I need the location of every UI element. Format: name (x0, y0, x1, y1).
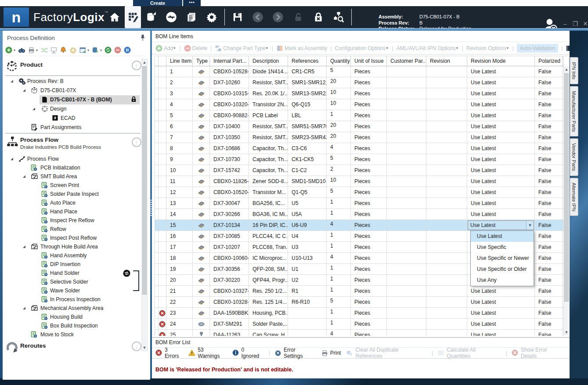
print-button[interactable]: Print (321, 349, 341, 356)
export-button[interactable]: Export (566, 45, 570, 51)
save-button[interactable] (227, 6, 248, 28)
table-row[interactable]: 25DAA-11263Cap Screw, H...4PiecesUse Lat… (155, 330, 569, 336)
scroll-down-icon[interactable]: ▼ (142, 345, 147, 350)
tree-item-design[interactable]: Design (3, 104, 143, 114)
side-tab-alternate-ipn[interactable]: Alternate IPN (570, 178, 578, 216)
column-header-line-item[interactable]: Line Item (166, 56, 193, 66)
column-header-polarized[interactable]: Polarized (535, 56, 563, 66)
scroll-up-icon[interactable]: ▲ (564, 67, 569, 72)
sync-button[interactable] (161, 6, 181, 28)
error-settings-button[interactable]: Error Settings (274, 347, 316, 359)
side-tab-vendor-parts[interactable]: Vendor Parts (570, 138, 578, 176)
column-header-type[interactable]: Type (193, 56, 210, 66)
database-button[interactable]: ▾ (92, 47, 103, 54)
chevron-down-icon[interactable]: ▾ (14, 48, 15, 52)
tree-expander-icon[interactable] (23, 245, 25, 248)
tree-expander-icon[interactable] (32, 108, 35, 110)
tree-item-d75-cb01-07x-b-bom[interactable]: D75-CB01-07X - B (BOM) (3, 95, 143, 104)
tree-item-inspect-pre-reflow[interactable]: Inspect Pre Reflow (3, 216, 143, 225)
table-row[interactable]: 4CBDX0-10320-0Transistor 2N...Q6-Q1510Pi… (155, 99, 569, 110)
collapse-up-icon[interactable]: ↑ (132, 137, 141, 147)
table-row[interactable]: 14DX7-30266BGA36, IC Mi...U5A1PiecesUse … (155, 209, 569, 220)
tree-item-ecad[interactable]: ECAD (3, 114, 143, 123)
maximize-button[interactable]: ❐ (572, 20, 578, 27)
table-row[interactable]: 21CBDX0-10327-0Res. 250 1/2...R11PiecesU… (155, 286, 569, 297)
report-button[interactable] (181, 6, 202, 28)
table-row[interactable]: 6DX7-10400Resistor, SMT...SMR51-SMR7020P… (155, 121, 569, 132)
minimize-button[interactable]: – (562, 20, 568, 27)
whiteboard-button[interactable] (50, 47, 58, 54)
tree-item-hand-place[interactable]: Hand Place (3, 207, 143, 216)
tree-item-part-assignments[interactable]: Part Assignments (3, 123, 143, 132)
import-data-button[interactable] (141, 6, 161, 28)
tree-item-screen-print[interactable]: Screen Print (3, 181, 143, 190)
dropdown-option-use-any[interactable]: Use Any (471, 275, 534, 286)
chevron-down-icon[interactable]: ▾ (36, 48, 38, 52)
dropdown-option-use-specific[interactable]: Use Specific (471, 242, 534, 253)
tree-item-pcb-initialization[interactable]: PCB Initialization (3, 163, 143, 172)
dropdown-option-use-latest[interactable]: Use Latest (471, 231, 534, 242)
chevron-down-icon[interactable]: ▾ (87, 48, 89, 52)
tree-item-hand-solder[interactable]: Hand Solder (3, 269, 143, 277)
53-warnings-button[interactable]: 53 Warnings (188, 347, 227, 359)
tree-item-process-flow[interactable]: Process Flow (3, 155, 143, 163)
column-header-internal-part[interactable]: Internal Part... (210, 56, 249, 66)
scrollbar-thumb[interactable] (142, 66, 147, 295)
grid-edit-button[interactable] (125, 6, 141, 28)
side-tab-ipn-info[interactable]: IPN Info (570, 57, 578, 84)
side-tab-manufacturer-parts[interactable]: Manufacturer Parts (570, 86, 578, 137)
refresh-button[interactable] (105, 47, 112, 54)
tree-expander-icon[interactable] (11, 80, 13, 83)
chevron-down-icon[interactable]: ▾ (100, 48, 102, 52)
home-button[interactable] (105, 6, 125, 28)
tree-item-wave-solder[interactable]: Wave Solder (3, 286, 143, 295)
combobox-chevron-down-icon[interactable]: ▼ (526, 221, 534, 230)
tree-item-dip-insertion[interactable]: DIP Insertion (3, 260, 143, 269)
scroll-up-icon[interactable]: ▲ (142, 60, 147, 65)
pin-icon[interactable] (140, 34, 146, 41)
add-button[interactable]: ▾ (5, 47, 16, 54)
bom-grid-scrollbar[interactable]: ▲ ▼ (563, 66, 569, 335)
tree-item-in-process-inspection[interactable]: In Process Inspection (3, 295, 143, 304)
tree-item-mechanical-assembly-area[interactable]: Mechanical Assembly Area (3, 304, 143, 313)
scrollbar-thumb[interactable] (564, 73, 569, 302)
table-row[interactable]: 24DX7-SM291Solder Paste,...1PiecesUse La… (155, 319, 569, 330)
window-export-button[interactable]: ▾ (79, 47, 90, 54)
tree-item-selective-solder[interactable]: Selective Solder (3, 277, 143, 286)
column-header-description[interactable]: Description (249, 56, 288, 66)
tree-item-solder-paste-inspect[interactable]: Solder Paste Inspect (3, 190, 143, 198)
table-row[interactable]: 5CBDX0-90882-0PCB LabelLBL1PiecesUse Lat… (155, 110, 569, 121)
table-row[interactable]: 10DX7-15742Capacitor, Th...C1-C22PiecesU… (155, 165, 569, 176)
table-row[interactable]: 2DX7-10260Resistor, SMT...SMR1-SMR12, S2… (155, 77, 569, 88)
tree-item-d75-cb01-07x[interactable]: D75-CB01-07X (3, 86, 143, 95)
process-lookup-button[interactable] (328, 6, 349, 28)
close-button[interactable]: ✕ (582, 20, 588, 27)
expand-down-icon[interactable]: ↓ (132, 342, 141, 351)
0-ignored-button[interactable]: 0 Ignored (232, 347, 263, 359)
tree-item-reflow[interactable]: Reflow (3, 225, 143, 234)
column-header-customer-par[interactable]: Customer Par... (387, 56, 426, 66)
table-row[interactable]: 22CBDX0-10328-0Res. 125 1/4...R6-R105Pie… (155, 297, 569, 308)
table-row[interactable]: 3CBDX0-10315-0Res. 20.0K 1/...SMR13-SMR2… (155, 88, 569, 99)
revision-mode-combobox[interactable]: Use Latest▼ (468, 220, 534, 230)
3-errors-button[interactable]: 3 Errors (155, 347, 183, 359)
tree-item-box-build-inspection[interactable]: Box Build Inspection (3, 321, 143, 330)
tree-item-hand-assembly[interactable]: Hand Assembly (3, 251, 143, 260)
sidebar-scrollbar[interactable]: ▲ ▼ (141, 59, 148, 351)
column-header-quantity[interactable]: Quantity (327, 56, 351, 66)
table-row[interactable]: 11CBDX0-11826-0Zener SOD-8...SMD1-SMD101… (155, 176, 569, 187)
dropdown-option-use-specific-or-newer[interactable]: Use Specific or Newer (471, 253, 534, 264)
table-row[interactable]: 9DX7-10730Capacitor, Th...CK1-CK55Pieces… (155, 154, 569, 165)
table-row[interactable]: 23DAA-1590BBKHousing, PCB...1PiecesUse L… (155, 308, 569, 319)
pause-button[interactable] (124, 47, 132, 54)
tree-expander-icon[interactable] (23, 307, 25, 309)
table-row[interactable]: 7DX7-10350Resistor, SMT...SMR23-SMR4220P… (155, 132, 569, 143)
tree-expander-icon[interactable] (23, 89, 25, 92)
tree-item-process-rev-b[interactable]: Process Rev: B (3, 77, 143, 86)
binoculars-button[interactable] (18, 47, 26, 54)
tree-item-housing-build[interactable]: Housing Build (3, 313, 143, 321)
tree-expander-icon[interactable] (11, 158, 13, 160)
column-header-revision[interactable]: Revision (426, 56, 467, 66)
gear-pale-button[interactable] (69, 47, 77, 54)
dropdown-option-use-specific-or-older[interactable]: Use Specific or Older (471, 264, 534, 275)
